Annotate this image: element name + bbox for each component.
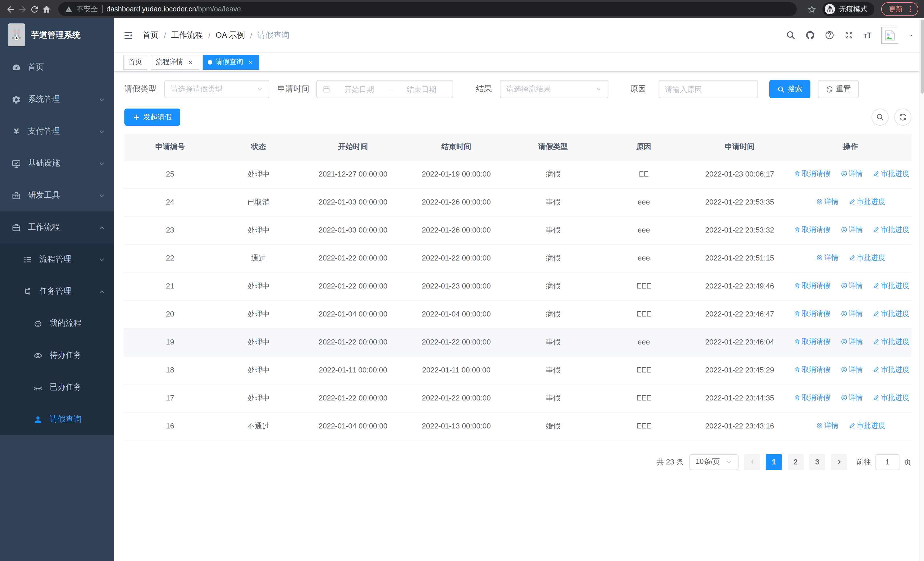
github-icon[interactable] bbox=[805, 30, 815, 40]
table-row[interactable]: 25 处理中 2021-12-27 00:00:00 2022-01-19 00… bbox=[124, 160, 912, 188]
breadcrumb-item[interactable]: 工作流程 bbox=[171, 30, 203, 40]
table-row[interactable]: 21 处理中 2022-01-22 00:00:00 2022-01-23 00… bbox=[124, 272, 912, 300]
chevron-down-icon[interactable] bbox=[908, 32, 915, 39]
cancel-leave-link[interactable]: 取消请假 bbox=[794, 281, 830, 291]
reason-field[interactable] bbox=[658, 80, 758, 98]
url-bar[interactable]: 不安全 dashboard.yudao.iocoder.cn/bpm/oa/le… bbox=[58, 2, 797, 16]
update-button[interactable]: 更新 bbox=[881, 2, 918, 16]
approval-progress-link[interactable]: 审批进度 bbox=[873, 169, 909, 179]
sidebar-item-研发工具[interactable]: 研发工具 bbox=[0, 179, 114, 211]
reload-icon[interactable] bbox=[30, 4, 39, 14]
tab-流程详情[interactable]: 流程详情 × bbox=[151, 54, 199, 69]
browser-menu-icon[interactable] bbox=[906, 5, 914, 13]
cancel-leave-link[interactable]: 取消请假 bbox=[794, 309, 830, 319]
page-button-1[interactable]: 1 bbox=[766, 454, 782, 470]
detail-link[interactable]: 详情 bbox=[816, 197, 838, 207]
cell-end-time: 2022-01-22 00:00:00 bbox=[405, 328, 508, 356]
goto-page-input[interactable] bbox=[876, 454, 900, 470]
sidebar-item-支付管理[interactable]: ¥ 支付管理 bbox=[0, 116, 114, 147]
approval-progress-link[interactable]: 审批进度 bbox=[849, 253, 885, 263]
search-button[interactable]: 搜索 bbox=[770, 80, 810, 98]
table-row[interactable]: 17 处理中 2022-01-22 00:00:00 2022-01-22 00… bbox=[124, 384, 912, 412]
cancel-leave-link[interactable]: 取消请假 bbox=[794, 225, 830, 235]
approval-progress-link[interactable]: 审批进度 bbox=[873, 337, 909, 347]
table-row[interactable]: 22 通过 2022-01-22 00:00:00 2022-01-22 00:… bbox=[124, 244, 912, 272]
search-icon[interactable] bbox=[786, 30, 795, 40]
approval-progress-link[interactable]: 审批进度 bbox=[849, 197, 885, 207]
cancel-leave-link[interactable]: 取消请假 bbox=[794, 169, 830, 179]
apply-time-range[interactable]: - bbox=[316, 80, 453, 98]
font-size-icon[interactable]: ᴛT bbox=[863, 31, 872, 39]
approval-progress-link[interactable]: 审批进度 bbox=[873, 225, 909, 235]
cancel-leave-link[interactable]: 取消请假 bbox=[794, 365, 830, 375]
detail-link[interactable]: 详情 bbox=[840, 281, 862, 291]
approval-progress-link[interactable]: 审批进度 bbox=[873, 281, 909, 291]
page-size-select[interactable]: 10条/页 bbox=[689, 454, 738, 470]
sidebar-item-首页[interactable]: 首页 bbox=[0, 51, 114, 83]
reset-button[interactable]: 重置 bbox=[818, 80, 859, 98]
app-logo[interactable]: 🐰 芋道管理系统 bbox=[0, 18, 114, 51]
home-icon[interactable] bbox=[42, 4, 51, 14]
leave-type-select[interactable]: 请选择请假类型 bbox=[164, 80, 269, 98]
bookmark-star-icon[interactable] bbox=[807, 4, 817, 14]
cancel-leave-link[interactable]: 取消请假 bbox=[794, 337, 830, 347]
cancel-leave-link[interactable]: 取消请假 bbox=[794, 393, 830, 403]
detail-link[interactable]: 详情 bbox=[816, 253, 838, 263]
help-icon[interactable] bbox=[824, 30, 834, 40]
sidebar-item-任务管理[interactable]: 任务管理 bbox=[0, 275, 114, 307]
next-page-button[interactable] bbox=[831, 454, 847, 470]
start-date-input[interactable] bbox=[334, 85, 385, 93]
detail-link[interactable]: 详情 bbox=[840, 225, 862, 235]
sidebar-item-基础设施[interactable]: 基础设施 bbox=[0, 147, 114, 179]
reason-input[interactable] bbox=[665, 85, 752, 93]
tab-请假查询[interactable]: 请假查询 × bbox=[202, 54, 259, 69]
approval-progress-link[interactable]: 审批进度 bbox=[849, 421, 885, 431]
close-icon[interactable]: × bbox=[246, 58, 254, 66]
table-row[interactable]: 18 处理中 2022-01-11 00:00:00 2022-01-11 00… bbox=[124, 356, 912, 384]
page-button-3[interactable]: 3 bbox=[809, 454, 825, 470]
cell-actions: 详情 审批进度 bbox=[790, 412, 912, 440]
create-leave-button[interactable]: 发起请假 bbox=[124, 108, 180, 126]
cell-leave-type: 事假 bbox=[508, 188, 598, 216]
toggle-search-button[interactable] bbox=[872, 108, 889, 126]
prev-page-button[interactable] bbox=[744, 454, 760, 470]
table-row[interactable]: 24 已取消 2022-01-03 00:00:00 2022-01-26 00… bbox=[124, 188, 912, 216]
approval-progress-link[interactable]: 审批进度 bbox=[873, 393, 909, 403]
detail-link[interactable]: 详情 bbox=[816, 421, 838, 431]
scrollbar[interactable] bbox=[920, 18, 924, 561]
approval-progress-link[interactable]: 审批进度 bbox=[873, 309, 909, 319]
sidebar-item-流程管理[interactable]: 流程管理 bbox=[0, 244, 114, 275]
result-select[interactable]: 请选择流结果 bbox=[500, 80, 608, 98]
fullscreen-icon[interactable] bbox=[844, 30, 854, 40]
sidebar-item-工作流程[interactable]: 工作流程 bbox=[0, 211, 114, 244]
table-row[interactable]: 19 处理中 2022-01-22 00:00:00 2022-01-22 00… bbox=[124, 328, 912, 356]
breadcrumb-item[interactable]: OA 示例 bbox=[216, 30, 245, 40]
approval-progress-link[interactable]: 审批进度 bbox=[873, 365, 909, 375]
table-row[interactable]: 20 处理中 2022-01-04 00:00:00 2022-01-04 00… bbox=[124, 300, 912, 328]
detail-link[interactable]: 详情 bbox=[840, 309, 862, 319]
sidebar-item-系统管理[interactable]: 系统管理 bbox=[0, 83, 114, 116]
sidebar-item-已办任务[interactable]: 已办任务 bbox=[0, 371, 114, 403]
back-icon[interactable] bbox=[6, 4, 15, 14]
detail-link[interactable]: 详情 bbox=[840, 337, 862, 347]
sidebar-collapse-icon[interactable] bbox=[123, 30, 134, 40]
scrollbar-thumb[interactable] bbox=[921, 20, 924, 94]
detail-link[interactable]: 详情 bbox=[840, 393, 862, 403]
end-date-input[interactable] bbox=[396, 85, 447, 93]
table-row[interactable]: 16 不通过 2022-01-04 00:00:00 2022-01-13 00… bbox=[124, 412, 912, 440]
avatar[interactable] bbox=[881, 27, 898, 44]
breadcrumb-item[interactable]: 首页 bbox=[142, 30, 159, 40]
sidebar-item-待办任务[interactable]: 待办任务 bbox=[0, 339, 114, 371]
detail-link[interactable]: 详情 bbox=[840, 365, 862, 375]
forward-icon[interactable] bbox=[18, 4, 27, 14]
close-icon[interactable]: × bbox=[187, 58, 194, 66]
sidebar-item-我的流程[interactable]: 我的流程 bbox=[0, 307, 114, 339]
refresh-table-button[interactable] bbox=[894, 108, 912, 126]
page-button-2[interactable]: 2 bbox=[788, 454, 804, 470]
create-leave-label: 发起请假 bbox=[143, 112, 172, 122]
cell-actions: 取消请假 详情 审批进度 bbox=[790, 272, 912, 300]
sidebar-item-请假查询[interactable]: 请假查询 bbox=[0, 403, 114, 435]
table-row[interactable]: 23 处理中 2022-01-03 00:00:00 2022-01-26 00… bbox=[124, 216, 912, 244]
tab-首页[interactable]: 首页 bbox=[123, 54, 147, 69]
detail-link[interactable]: 详情 bbox=[840, 169, 862, 179]
